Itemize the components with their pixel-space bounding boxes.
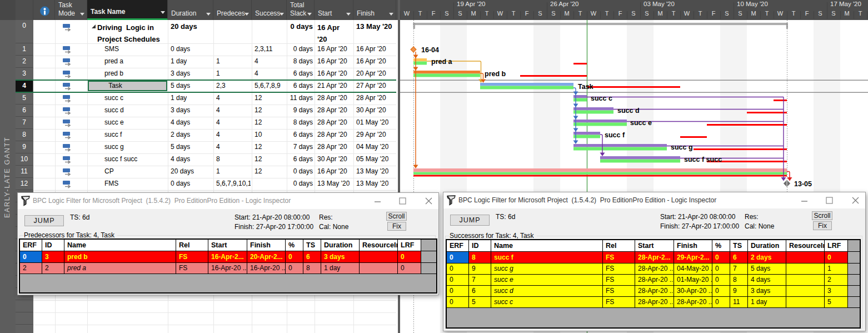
- svg-text:Task: Task: [578, 83, 593, 91]
- svg-text:13-05: 13-05: [794, 180, 812, 188]
- svg-text:succ e: succ e: [630, 119, 652, 127]
- svg-text:succ g: succ g: [671, 143, 693, 151]
- svg-text:succ c: succ c: [591, 95, 612, 102]
- svg-text:succ f: succ f: [605, 131, 625, 139]
- svg-text:succ f succ: succ f succ: [684, 156, 722, 163]
- svg-text:pred a: pred a: [431, 58, 453, 66]
- svg-text:16-04: 16-04: [421, 46, 439, 54]
- svg-text:pred b: pred b: [485, 70, 506, 78]
- svg-text:succ d: succ d: [617, 107, 640, 115]
